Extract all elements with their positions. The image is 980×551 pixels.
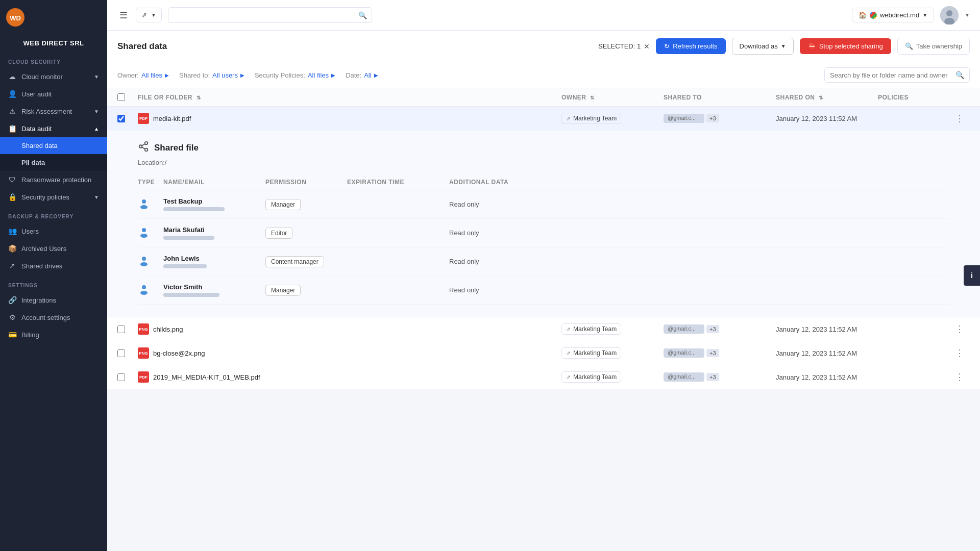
domain-selector[interactable]: 🏠 webdirect.md ▼: [852, 8, 934, 22]
chevron-icon: ▼: [94, 74, 99, 80]
sidebar-item-risk-assessment[interactable]: ⚠ Risk Assessment ▼: [0, 103, 107, 120]
sidebar-item-data-audit[interactable]: 📋 Data audit ▲: [0, 120, 107, 137]
sidebar-item-archived-users[interactable]: 📦 Archived Users: [0, 240, 107, 257]
sidebar-item-integrations[interactable]: 🔗 Integrations: [0, 291, 107, 309]
sidebar-item-shared-data[interactable]: Shared data: [0, 137, 107, 154]
col-owner: ⇗ Marketing Team: [561, 371, 664, 383]
row-checkbox[interactable]: [117, 115, 125, 122]
sidebar-item-users[interactable]: 👥 Users: [0, 222, 107, 240]
sidebar-item-label: User audit: [21, 90, 52, 98]
stop-sharing-button[interactable]: ⛔ Stop selected sharing: [800, 38, 891, 54]
col-date: January 12, 2023 11:52 AM: [776, 373, 878, 381]
sidebar-item-label: Users: [21, 228, 39, 235]
download-as-button[interactable]: Download as ▼: [732, 38, 794, 55]
shared-file-title: Shared file: [138, 141, 949, 155]
table-row: PDF 2019_MH_MEDIA-KIT_01_WEB.pdf ⇗ Marke…: [107, 365, 980, 389]
row-checkbox-col[interactable]: [117, 115, 138, 122]
row-more-button[interactable]: ⋮: [949, 347, 970, 359]
stop-icon: ⛔: [808, 42, 816, 50]
permission-badge: Manager: [265, 285, 301, 296]
filters-row: Owner: All files ▶ Shared to: All users …: [107, 62, 980, 88]
col-policies-header: Policies: [878, 94, 949, 101]
share-icon: ⇗: [141, 11, 147, 19]
row-checkbox[interactable]: [117, 349, 125, 357]
person-additional: Read only: [449, 201, 551, 208]
col-file: PDF media-kit.pdf: [138, 113, 561, 124]
row-checkbox[interactable]: [117, 325, 125, 333]
shared-plus: +3: [706, 325, 719, 333]
share-button[interactable]: ⇗ ▼: [136, 8, 162, 22]
clear-selection-button[interactable]: ✕: [644, 42, 650, 51]
date-filter[interactable]: Date: All ▶: [346, 71, 378, 79]
person-additional: Read only: [449, 258, 551, 265]
refresh-results-button[interactable]: ↻ Refresh results: [656, 38, 725, 54]
sidebar-item-ransomware[interactable]: 🛡 Ransomware protection: [0, 171, 107, 188]
shared-file-heading: Shared file: [154, 143, 199, 153]
security-filter[interactable]: Security Policies: All files ▶: [255, 71, 335, 79]
detail-col-name: Name/Email: [163, 179, 265, 186]
table-row: PNG childs.png ⇗ Marketing Team @gmail.c…: [107, 317, 980, 341]
sort-date-icon[interactable]: ⇅: [819, 95, 823, 101]
file-search-icon: 🔍: [955, 71, 964, 79]
row-checkbox[interactable]: [117, 373, 125, 381]
search-input[interactable]: [168, 7, 372, 23]
hamburger-menu[interactable]: ☰: [117, 8, 130, 23]
owner-filter[interactable]: Owner: All files ▶: [117, 71, 169, 79]
owner-name: Marketing Team: [573, 373, 617, 381]
info-button[interactable]: i: [964, 265, 980, 286]
shared-drives-icon: ↗: [8, 262, 16, 270]
gear-icon: ⚙: [8, 313, 16, 321]
person-name: Test Backup: [163, 197, 265, 205]
sidebar-item-cloud-monitor[interactable]: ☁ Cloud monitor ▼: [0, 68, 107, 85]
sidebar-item-label: Integrations: [21, 296, 56, 304]
col-date: January 12, 2023 11:52 AM: [776, 325, 878, 333]
lock-icon: 🔒: [8, 193, 16, 201]
sidebar-item-pii-data[interactable]: PII data: [0, 154, 107, 171]
cloud-icon: ☁: [8, 72, 16, 81]
sidebar-item-label: Ransomware protection: [21, 176, 91, 184]
owner-name: Marketing Team: [573, 349, 617, 357]
select-all-checkbox[interactable]: [117, 93, 125, 101]
row-more-button[interactable]: ⋮: [949, 371, 970, 383]
detail-person-row: Test Backup Manager Read only: [138, 190, 949, 219]
row-more-button[interactable]: ⋮: [949, 113, 970, 124]
file-search-input[interactable]: [830, 71, 952, 79]
shared-to-filter[interactable]: Shared to: All users ▶: [179, 71, 244, 79]
sidebar-item-billing[interactable]: 💳 Billing: [0, 326, 107, 343]
sort-owner-icon[interactable]: ⇅: [590, 95, 595, 101]
col-owner-header: Owner ⇅: [561, 94, 664, 101]
row-more-button[interactable]: ⋮: [949, 323, 970, 335]
owner-name: Marketing Team: [573, 325, 617, 333]
expanded-detail-panel: Shared file Location:/ Type Name/Email P…: [107, 131, 980, 317]
svg-point-6: [139, 145, 142, 148]
col-shared: @gmail.c... +3: [664, 372, 776, 382]
sidebar-item-user-audit[interactable]: 👤 User audit: [0, 85, 107, 103]
sidebar-item-label: Account settings: [21, 314, 70, 321]
sidebar-item-label: Shared data: [21, 142, 58, 149]
table-row: PDF media-kit.pdf ⇗ Marketing Team @gmai…: [107, 107, 980, 131]
avatar-chevron-icon[interactable]: ▼: [965, 12, 970, 18]
take-ownership-button[interactable]: 🔍 Take ownership: [897, 38, 970, 55]
download-chevron-icon: ▼: [781, 43, 786, 49]
ownership-search-icon: 🔍: [905, 42, 913, 50]
svg-line-8: [142, 147, 145, 149]
sidebar-item-security-policies[interactable]: 🔒 Security policies ▼: [0, 188, 107, 206]
user-icon: 👤: [8, 90, 16, 98]
sidebar-item-account-settings[interactable]: ⚙ Account settings: [0, 309, 107, 326]
integrations-icon: 🔗: [8, 296, 16, 304]
col-owner: ⇗ Marketing Team: [561, 347, 664, 359]
user-avatar[interactable]: [940, 6, 959, 24]
detail-col-type: Type: [138, 179, 163, 186]
select-all-checkbox-col[interactable]: [117, 93, 138, 101]
row-checkbox-col[interactable]: [117, 373, 138, 381]
security-chevron-icon: ▶: [331, 72, 335, 78]
sort-file-icon[interactable]: ⇅: [197, 95, 201, 101]
sidebar-item-label: Data audit: [21, 125, 52, 133]
row-checkbox-col[interactable]: [117, 349, 138, 357]
row-checkbox-col[interactable]: [117, 325, 138, 333]
table-row: PNG bg-close@2x.png ⇗ Marketing Team @gm…: [107, 341, 980, 365]
file-location: Location:/: [138, 159, 949, 166]
owner-badge: ⇗ Marketing Team: [561, 113, 621, 124]
sidebar-item-shared-drives[interactable]: ↗ Shared drives: [0, 257, 107, 274]
person-email-bar: [163, 207, 225, 211]
